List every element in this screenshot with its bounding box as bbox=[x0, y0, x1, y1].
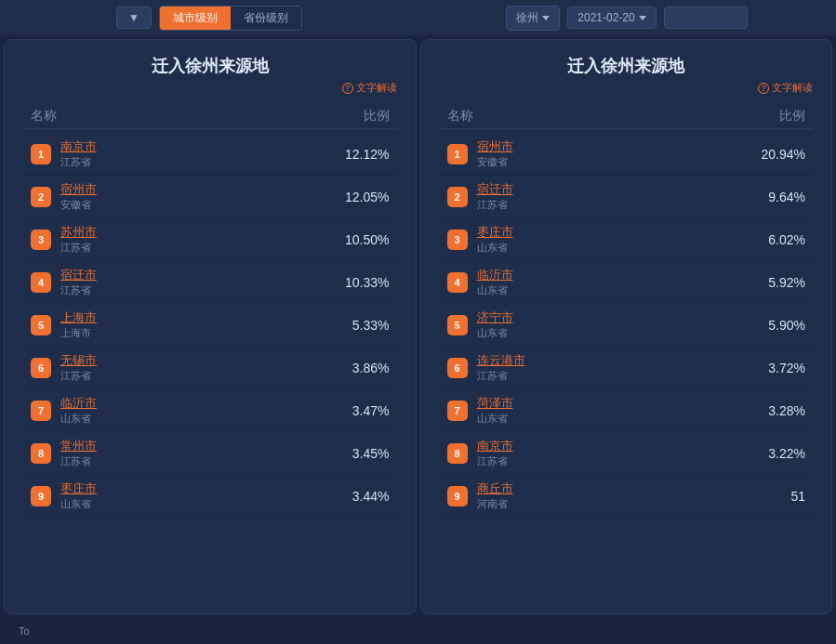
city-name[interactable]: 无锡市 bbox=[60, 352, 334, 369]
table-row: 2 宿州市 安徽省 12.05% bbox=[23, 176, 397, 218]
city-info: 枣庄市 山东省 bbox=[60, 480, 334, 511]
ratio-value: 9.64% bbox=[750, 190, 805, 204]
ratio-value: 3.47% bbox=[334, 403, 390, 418]
city-name[interactable]: 苏州市 bbox=[60, 224, 334, 241]
ratio-value: 10.33% bbox=[334, 275, 390, 290]
left-col-ratio: 比例 bbox=[364, 108, 390, 125]
city-name[interactable]: 商丘市 bbox=[477, 480, 750, 497]
table-row: 6 连云港市 江苏省 3.72% bbox=[440, 347, 814, 389]
ratio-value: 20.94% bbox=[750, 147, 805, 162]
right-text-explain[interactable]: ? 文字解读 bbox=[440, 81, 814, 95]
dropdown-arrow: ▼ bbox=[128, 11, 139, 24]
table-row: 3 苏州市 江苏省 10.50% bbox=[23, 218, 397, 261]
city-name[interactable]: 南京市 bbox=[477, 438, 750, 454]
city-name[interactable]: 常州市 bbox=[60, 438, 334, 454]
city-info: 常州市 江苏省 bbox=[60, 438, 334, 468]
rank-badge: 8 bbox=[447, 443, 468, 464]
province-name: 山东省 bbox=[477, 412, 750, 426]
right-col-name: 名称 bbox=[447, 108, 473, 125]
ratio-value: 6.02% bbox=[750, 232, 805, 247]
rank-badge: 9 bbox=[447, 486, 468, 506]
date-selector[interactable]: 2021-02-20 bbox=[567, 7, 656, 29]
rank-badge: 3 bbox=[31, 230, 51, 250]
table-row: 9 枣庄市 山东省 3.44% bbox=[23, 475, 397, 518]
left-table-body: 1 南京市 江苏省 12.12% 2 宿州市 安徽省 12.05% 3 苏州市 … bbox=[23, 133, 397, 518]
city-name[interactable]: 宿州市 bbox=[477, 138, 750, 155]
province-name: 江苏省 bbox=[60, 283, 334, 297]
table-row: 5 济宁市 山东省 5.90% bbox=[440, 304, 814, 347]
province-name: 江苏省 bbox=[60, 454, 334, 468]
province-name: 山东省 bbox=[60, 412, 334, 426]
city-info: 济宁市 山东省 bbox=[477, 309, 750, 340]
right-col-ratio: 比例 bbox=[779, 108, 805, 125]
table-row: 8 常州市 江苏省 3.45% bbox=[23, 432, 397, 475]
province-name: 江苏省 bbox=[477, 454, 750, 468]
city-name[interactable]: 菏泽市 bbox=[477, 395, 750, 412]
table-row: 4 临沂市 山东省 5.92% bbox=[440, 261, 814, 304]
province-name: 江苏省 bbox=[60, 155, 334, 169]
right-header: 徐州 2021-02-20 bbox=[418, 6, 836, 31]
rank-badge: 6 bbox=[31, 358, 51, 378]
province-name: 山东省 bbox=[477, 326, 750, 340]
table-row: 7 临沂市 山东省 3.47% bbox=[23, 389, 397, 432]
city-name[interactable]: 宿迁市 bbox=[477, 181, 750, 198]
ratio-value: 3.72% bbox=[750, 361, 805, 375]
rank-badge: 3 bbox=[447, 230, 468, 250]
city-name[interactable]: 南京市 bbox=[60, 138, 334, 155]
city-info: 无锡市 江苏省 bbox=[60, 352, 334, 383]
date-chevron-icon bbox=[639, 16, 646, 20]
ratio-value: 5.90% bbox=[750, 318, 805, 333]
ratio-value: 5.92% bbox=[750, 275, 805, 290]
table-row: 7 菏泽市 山东省 3.28% bbox=[440, 389, 814, 432]
tab-province-level[interactable]: 省份级别 bbox=[231, 7, 301, 30]
table-row: 9 商丘市 河南省 51 bbox=[440, 475, 814, 518]
right-table-header: 名称 比例 bbox=[440, 104, 814, 129]
rank-badge: 7 bbox=[31, 401, 51, 421]
rank-badge: 4 bbox=[31, 272, 51, 293]
explain-circle-icon: ? bbox=[342, 83, 353, 94]
city-info: 连云港市 江苏省 bbox=[477, 352, 750, 383]
ratio-value: 3.44% bbox=[334, 489, 390, 504]
rank-badge: 5 bbox=[447, 315, 468, 335]
table-row: 1 宿州市 安徽省 20.94% bbox=[440, 133, 814, 176]
city-level-dropdown[interactable]: ▼ bbox=[116, 7, 152, 29]
city-info: 宿州市 安徽省 bbox=[60, 181, 334, 212]
rank-badge: 4 bbox=[447, 272, 468, 293]
province-name: 山东省 bbox=[477, 283, 750, 297]
main-content: 迁入徐州来源地 ? 文字解读 名称 比例 1 南京市 江苏省 12.12% 2 … bbox=[0, 35, 836, 618]
city-info: 枣庄市 山东省 bbox=[477, 224, 750, 255]
city-info: 商丘市 河南省 bbox=[477, 480, 750, 511]
city-name[interactable]: 枣庄市 bbox=[60, 480, 334, 497]
tab-city-level[interactable]: 城市级别 bbox=[160, 7, 231, 30]
table-row: 5 上海市 上海市 5.33% bbox=[23, 304, 397, 347]
city-info: 宿迁市 江苏省 bbox=[477, 181, 750, 212]
province-name: 安徽省 bbox=[477, 155, 750, 169]
right-explain-circle-icon: ? bbox=[758, 83, 769, 94]
province-name: 江苏省 bbox=[477, 369, 750, 383]
city-name[interactable]: 临沂市 bbox=[477, 267, 750, 283]
city-info: 临沂市 山东省 bbox=[60, 395, 334, 426]
right-panel: 迁入徐州来源地 ? 文字解读 名称 比例 1 宿州市 安徽省 20.94% 2 … bbox=[420, 39, 833, 614]
table-row: 1 南京市 江苏省 12.12% bbox=[23, 133, 397, 176]
city-name[interactable]: 宿州市 bbox=[60, 181, 334, 198]
province-name: 安徽省 bbox=[60, 198, 334, 212]
city-name[interactable]: 枣庄市 bbox=[477, 224, 750, 241]
city-name[interactable]: 宿迁市 bbox=[60, 267, 334, 283]
table-row: 2 宿迁市 江苏省 9.64% bbox=[440, 176, 814, 218]
left-text-explain[interactable]: ? 文字解读 bbox=[23, 81, 397, 95]
city-name[interactable]: 连云港市 bbox=[477, 352, 750, 369]
level-tab-group: 城市级别 省份级别 bbox=[159, 6, 302, 31]
rank-badge: 1 bbox=[31, 144, 51, 164]
city-chevron-icon bbox=[542, 16, 550, 20]
left-panel-title: 迁入徐州来源地 bbox=[23, 55, 397, 77]
search-input[interactable] bbox=[664, 7, 748, 29]
city-selector[interactable]: 徐州 bbox=[506, 6, 560, 31]
left-header: ▼ 城市级别 省份级别 bbox=[0, 6, 418, 31]
city-info: 菏泽市 山东省 bbox=[477, 395, 750, 426]
city-name[interactable]: 上海市 bbox=[60, 309, 334, 326]
left-panel: 迁入徐州来源地 ? 文字解读 名称 比例 1 南京市 江苏省 12.12% 2 … bbox=[4, 39, 417, 614]
city-name[interactable]: 济宁市 bbox=[477, 309, 750, 326]
province-name: 山东省 bbox=[60, 497, 334, 511]
city-name[interactable]: 临沂市 bbox=[60, 395, 334, 412]
ratio-value: 12.12% bbox=[334, 147, 390, 162]
